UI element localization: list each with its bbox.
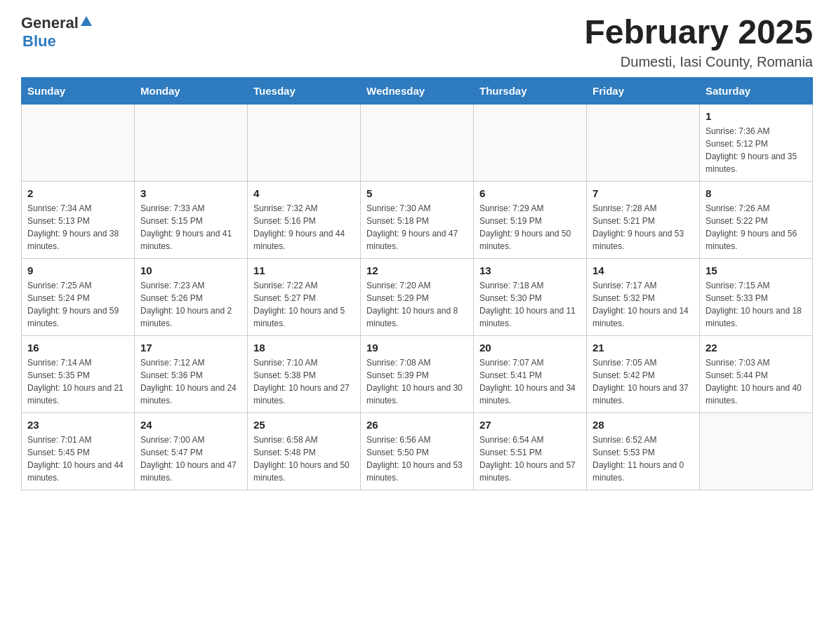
day-info: Sunrise: 7:03 AM Sunset: 5:44 PM Dayligh… — [706, 356, 807, 407]
calendar-cell: 25Sunrise: 6:58 AM Sunset: 5:48 PM Dayli… — [248, 412, 361, 490]
calendar-cell: 2Sunrise: 7:34 AM Sunset: 5:13 PM Daylig… — [22, 181, 135, 258]
day-number: 2 — [27, 187, 128, 199]
day-number: 20 — [479, 342, 581, 354]
day-info: Sunrise: 7:32 AM Sunset: 5:16 PM Dayligh… — [253, 202, 355, 253]
day-info: Sunrise: 7:15 AM Sunset: 5:33 PM Dayligh… — [706, 279, 807, 330]
day-info: Sunrise: 7:33 AM Sunset: 5:15 PM Dayligh… — [140, 202, 241, 253]
day-number: 16 — [27, 342, 128, 354]
calendar-cell: 7Sunrise: 7:28 AM Sunset: 5:21 PM Daylig… — [587, 181, 700, 258]
day-info: Sunrise: 6:52 AM Sunset: 5:53 PM Dayligh… — [593, 434, 694, 484]
day-info: Sunrise: 6:58 AM Sunset: 5:48 PM Dayligh… — [253, 434, 355, 484]
calendar-week-2: 2Sunrise: 7:34 AM Sunset: 5:13 PM Daylig… — [22, 181, 813, 258]
calendar-cell: 9Sunrise: 7:25 AM Sunset: 5:24 PM Daylig… — [22, 258, 135, 335]
calendar-cell: 6Sunrise: 7:29 AM Sunset: 5:19 PM Daylig… — [474, 181, 587, 258]
calendar-cell: 18Sunrise: 7:10 AM Sunset: 5:38 PM Dayli… — [248, 335, 361, 412]
day-number: 28 — [593, 419, 694, 431]
calendar-cell — [587, 104, 700, 181]
day-number: 27 — [479, 419, 581, 431]
header-saturday: Saturday — [700, 77, 813, 104]
calendar-title: February 2025 — [584, 14, 813, 51]
day-number: 22 — [706, 342, 807, 354]
day-info: Sunrise: 7:18 AM Sunset: 5:30 PM Dayligh… — [479, 279, 581, 330]
day-number: 10 — [140, 264, 241, 276]
day-number: 21 — [593, 342, 694, 354]
calendar-cell — [22, 104, 135, 181]
calendar-cell: 11Sunrise: 7:22 AM Sunset: 5:27 PM Dayli… — [248, 258, 361, 335]
calendar-cell: 4Sunrise: 7:32 AM Sunset: 5:16 PM Daylig… — [248, 181, 361, 258]
calendar-cell: 27Sunrise: 6:54 AM Sunset: 5:51 PM Dayli… — [474, 412, 587, 490]
day-number: 13 — [479, 264, 581, 276]
day-info: Sunrise: 7:08 AM Sunset: 5:39 PM Dayligh… — [366, 356, 468, 407]
calendar-subtitle: Dumesti, Iasi County, Romania — [584, 54, 813, 70]
calendar-table: SundayMondayTuesdayWednesdayThursdayFrid… — [21, 77, 813, 490]
svg-marker-0 — [81, 16, 92, 26]
day-info: Sunrise: 7:10 AM Sunset: 5:38 PM Dayligh… — [253, 356, 355, 407]
logo-blue-text: Blue — [22, 32, 56, 51]
day-info: Sunrise: 7:07 AM Sunset: 5:41 PM Dayligh… — [479, 356, 581, 407]
calendar-cell: 8Sunrise: 7:26 AM Sunset: 5:22 PM Daylig… — [700, 181, 813, 258]
day-number: 17 — [140, 342, 241, 354]
day-number: 7 — [593, 187, 694, 199]
logo: General Blue — [21, 14, 93, 51]
logo-arrow-icon — [80, 15, 93, 30]
day-number: 8 — [706, 187, 807, 199]
calendar-cell: 3Sunrise: 7:33 AM Sunset: 5:15 PM Daylig… — [135, 181, 248, 258]
day-info: Sunrise: 7:29 AM Sunset: 5:19 PM Dayligh… — [479, 202, 581, 253]
calendar-week-5: 23Sunrise: 7:01 AM Sunset: 5:45 PM Dayli… — [22, 412, 813, 490]
day-info: Sunrise: 7:05 AM Sunset: 5:42 PM Dayligh… — [593, 356, 694, 407]
calendar-cell: 24Sunrise: 7:00 AM Sunset: 5:47 PM Dayli… — [135, 412, 248, 490]
day-number: 12 — [366, 264, 468, 276]
calendar-cell: 23Sunrise: 7:01 AM Sunset: 5:45 PM Dayli… — [22, 412, 135, 490]
day-number: 26 — [366, 419, 468, 431]
page-header: General Blue February 2025 Dumesti, Iasi… — [21, 14, 813, 70]
calendar-header-row: SundayMondayTuesdayWednesdayThursdayFrid… — [22, 77, 813, 104]
calendar-cell: 26Sunrise: 6:56 AM Sunset: 5:50 PM Dayli… — [361, 412, 474, 490]
day-number: 3 — [140, 187, 241, 199]
calendar-cell: 15Sunrise: 7:15 AM Sunset: 5:33 PM Dayli… — [700, 258, 813, 335]
day-number: 6 — [479, 187, 581, 199]
calendar-cell: 16Sunrise: 7:14 AM Sunset: 5:35 PM Dayli… — [22, 335, 135, 412]
day-number: 18 — [253, 342, 355, 354]
day-info: Sunrise: 7:00 AM Sunset: 5:47 PM Dayligh… — [140, 434, 241, 484]
day-info: Sunrise: 7:17 AM Sunset: 5:32 PM Dayligh… — [593, 279, 694, 330]
calendar-cell — [135, 104, 248, 181]
calendar-cell — [474, 104, 587, 181]
day-number: 14 — [593, 264, 694, 276]
calendar-cell: 13Sunrise: 7:18 AM Sunset: 5:30 PM Dayli… — [474, 258, 587, 335]
header-thursday: Thursday — [474, 77, 587, 104]
day-info: Sunrise: 7:26 AM Sunset: 5:22 PM Dayligh… — [706, 202, 807, 253]
calendar-cell: 14Sunrise: 7:17 AM Sunset: 5:32 PM Dayli… — [587, 258, 700, 335]
day-number: 25 — [253, 419, 355, 431]
header-wednesday: Wednesday — [361, 77, 474, 104]
calendar-cell: 21Sunrise: 7:05 AM Sunset: 5:42 PM Dayli… — [587, 335, 700, 412]
header-friday: Friday — [587, 77, 700, 104]
calendar-week-1: 1Sunrise: 7:36 AM Sunset: 5:12 PM Daylig… — [22, 104, 813, 181]
title-section: February 2025 Dumesti, Iasi County, Roma… — [584, 14, 813, 70]
day-info: Sunrise: 7:28 AM Sunset: 5:21 PM Dayligh… — [593, 202, 694, 253]
day-number: 4 — [253, 187, 355, 199]
calendar-cell: 28Sunrise: 6:52 AM Sunset: 5:53 PM Dayli… — [587, 412, 700, 490]
calendar-cell — [248, 104, 361, 181]
day-number: 24 — [140, 419, 241, 431]
logo-general-text: General — [21, 14, 79, 32]
day-info: Sunrise: 7:34 AM Sunset: 5:13 PM Dayligh… — [27, 202, 128, 253]
calendar-cell: 17Sunrise: 7:12 AM Sunset: 5:36 PM Dayli… — [135, 335, 248, 412]
day-number: 1 — [706, 110, 807, 122]
header-monday: Monday — [135, 77, 248, 104]
calendar-cell — [700, 412, 813, 490]
day-info: Sunrise: 7:22 AM Sunset: 5:27 PM Dayligh… — [253, 279, 355, 330]
calendar-cell: 20Sunrise: 7:07 AM Sunset: 5:41 PM Dayli… — [474, 335, 587, 412]
calendar-cell: 5Sunrise: 7:30 AM Sunset: 5:18 PM Daylig… — [361, 181, 474, 258]
day-info: Sunrise: 7:20 AM Sunset: 5:29 PM Dayligh… — [366, 279, 468, 330]
day-number: 11 — [253, 264, 355, 276]
day-info: Sunrise: 6:54 AM Sunset: 5:51 PM Dayligh… — [479, 434, 581, 484]
day-number: 9 — [27, 264, 128, 276]
day-info: Sunrise: 7:30 AM Sunset: 5:18 PM Dayligh… — [366, 202, 468, 253]
calendar-cell: 19Sunrise: 7:08 AM Sunset: 5:39 PM Dayli… — [361, 335, 474, 412]
calendar-week-4: 16Sunrise: 7:14 AM Sunset: 5:35 PM Dayli… — [22, 335, 813, 412]
day-info: Sunrise: 7:01 AM Sunset: 5:45 PM Dayligh… — [27, 434, 128, 484]
calendar-cell: 12Sunrise: 7:20 AM Sunset: 5:29 PM Dayli… — [361, 258, 474, 335]
header-tuesday: Tuesday — [248, 77, 361, 104]
calendar-cell: 1Sunrise: 7:36 AM Sunset: 5:12 PM Daylig… — [700, 104, 813, 181]
day-number: 15 — [706, 264, 807, 276]
